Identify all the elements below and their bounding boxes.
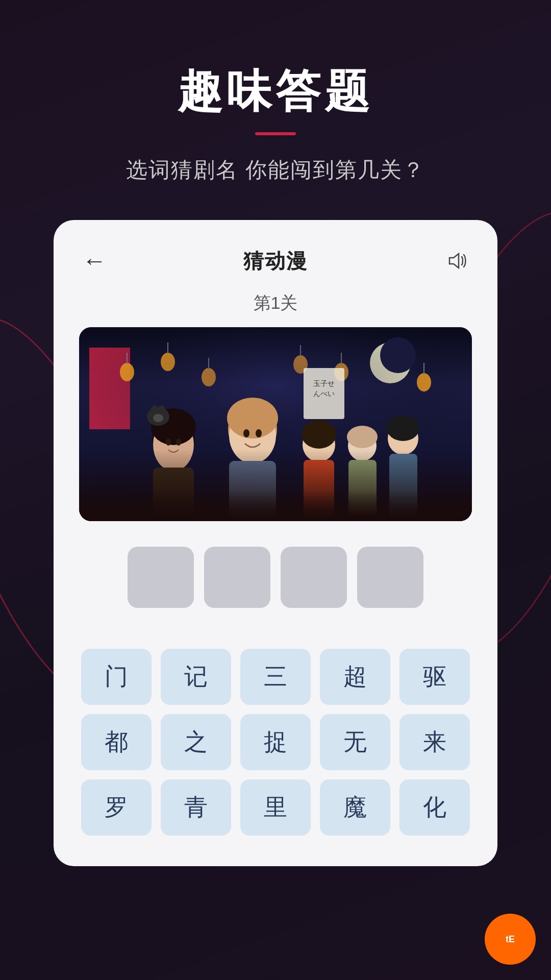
answer-slots-area: [79, 547, 472, 608]
svg-point-16: [153, 414, 163, 422]
back-button[interactable]: ←: [79, 246, 110, 276]
word-button-驱[interactable]: 驱: [399, 649, 470, 705]
sound-button[interactable]: [441, 246, 472, 276]
word-choices-grid: 门 记 三 超 驱 都 之 捉 无 来 罗 青 里 魔 化: [79, 649, 472, 836]
page-title: 趣味答题: [178, 61, 373, 122]
svg-text:玉子せ: 玉子せ: [313, 379, 335, 387]
svg-point-19: [302, 420, 336, 449]
gradient-spacer: [79, 623, 472, 639]
back-arrow-icon: ←: [82, 249, 107, 273]
word-button-里[interactable]: 里: [240, 779, 311, 836]
anime-image-area: 玉子せ んべい: [79, 327, 472, 521]
svg-point-25: [387, 415, 419, 441]
word-row-1: 门 记 三 超 驱: [79, 649, 472, 705]
word-button-门[interactable]: 门: [81, 649, 152, 705]
svg-point-5: [166, 438, 171, 446]
card-category-title: 猜动漫: [243, 247, 308, 275]
card-header: ← 猜动漫: [79, 246, 472, 276]
answer-slot-2[interactable]: [204, 547, 270, 608]
word-button-三[interactable]: 三: [240, 649, 311, 705]
svg-point-12: [256, 429, 262, 437]
word-button-罗[interactable]: 罗: [81, 779, 152, 836]
word-button-记[interactable]: 记: [161, 649, 231, 705]
svg-point-6: [176, 438, 181, 446]
answer-slot-4[interactable]: [357, 547, 423, 608]
word-button-魔[interactable]: 魔: [320, 779, 390, 836]
answer-slot-3[interactable]: [281, 547, 347, 608]
word-button-捉[interactable]: 捉: [240, 714, 311, 770]
word-button-青[interactable]: 青: [161, 779, 231, 836]
title-underline-decoration: [255, 132, 296, 135]
page-subtitle: 选词猜剧名 你能闯到第几关？: [126, 156, 425, 184]
svg-text:んべい: んべい: [313, 389, 335, 398]
word-button-之[interactable]: 之: [161, 714, 231, 770]
svg-point-11: [243, 429, 249, 437]
svg-point-10: [227, 398, 278, 438]
svg-point-22: [347, 426, 378, 448]
watermark-badge: tE: [485, 914, 536, 965]
quiz-card: ← 猜动漫 第1关: [54, 220, 497, 866]
watermark-text: tE: [506, 934, 515, 945]
word-row-2: 都 之 捉 无 来: [79, 714, 472, 770]
word-button-超[interactable]: 超: [320, 649, 390, 705]
word-button-化[interactable]: 化: [399, 779, 470, 836]
word-button-来[interactable]: 来: [399, 714, 470, 770]
word-button-无[interactable]: 无: [320, 714, 390, 770]
answer-slot-1[interactable]: [128, 547, 194, 608]
sound-icon: [445, 250, 468, 272]
level-indicator: 第1关: [79, 291, 472, 315]
word-button-都[interactable]: 都: [81, 714, 152, 770]
word-row-3: 罗 青 里 魔 化: [79, 779, 472, 836]
